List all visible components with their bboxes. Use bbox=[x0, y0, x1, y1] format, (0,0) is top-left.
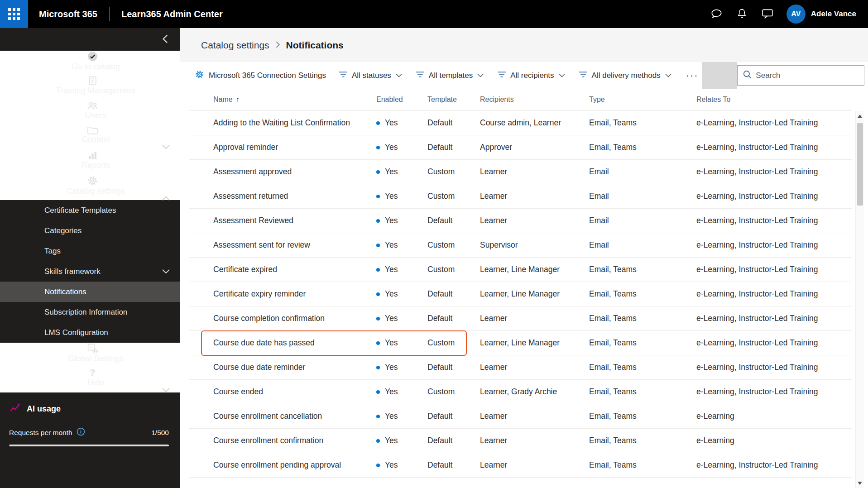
filter-all-recipients[interactable]: All recipients bbox=[497, 71, 565, 80]
table-row-assessment-approved[interactable]: Assessment approvedYesCustomLearnerEmail… bbox=[189, 160, 852, 184]
column-header-relates-to[interactable]: Relates To bbox=[696, 96, 852, 104]
sidebar-item-lms-configuration[interactable]: LMS Configuration bbox=[0, 322, 180, 343]
sidebar-item-training-management[interactable]: Training Management bbox=[0, 76, 180, 100]
column-header-enabled[interactable]: Enabled bbox=[376, 96, 427, 104]
collapse-sidebar-button[interactable] bbox=[162, 34, 169, 45]
app-launcher-waffle-button[interactable] bbox=[0, 0, 28, 28]
connection-settings-button[interactable]: Microsoft 365 Connection Settings bbox=[195, 70, 326, 81]
sidebar-item-label: Help bbox=[87, 378, 104, 388]
svg-text:A: A bbox=[90, 345, 93, 350]
info-icon[interactable] bbox=[77, 427, 85, 438]
sidebar-item-label: Catalog settings bbox=[67, 187, 125, 196]
table-row-assessment-returned[interactable]: Assessment returnedYesCustomLearnerEmail… bbox=[189, 184, 852, 209]
column-header-label: Enabled bbox=[376, 96, 403, 104]
sidebar-item-subscription-information[interactable]: Subscription Information bbox=[0, 302, 180, 322]
sidebar-item-tags[interactable]: Tags bbox=[0, 241, 180, 261]
cell-template: Custom bbox=[427, 167, 480, 177]
cell-template: Custom bbox=[427, 387, 480, 397]
column-header-label: Template bbox=[427, 96, 457, 104]
cell-type: Email, Teams bbox=[589, 314, 696, 323]
cell-type: Email bbox=[589, 240, 696, 250]
sidebar-item-certificate-templates[interactable]: Certificate Templates bbox=[0, 200, 180, 220]
column-header-template[interactable]: Template bbox=[427, 96, 480, 104]
table-row-approval-reminder[interactable]: Approval reminderYesDefaultApproverEmail… bbox=[189, 135, 852, 160]
cell-name: Adding to the Waiting List Confirmation bbox=[213, 118, 376, 128]
filter-all-templates[interactable]: All templates bbox=[416, 71, 484, 80]
table-row-certificate-expiry-reminder[interactable]: Certificate expiry reminderYesDefaultLea… bbox=[189, 282, 852, 306]
avatar[interactable]: AV bbox=[786, 5, 806, 24]
sidebar-item-notifications[interactable]: Notifications bbox=[0, 282, 180, 302]
table-row-adding-to-the-waiting-list-confirmation[interactable]: Adding to the Waiting List ConfirmationY… bbox=[189, 111, 852, 135]
sidebar-item-label: Subscription Information bbox=[44, 308, 127, 317]
overflow-menu-button[interactable]: ··· bbox=[682, 69, 702, 82]
sidebar-item-label: Users bbox=[85, 111, 106, 120]
sidebar-item-label: Reports bbox=[82, 161, 110, 170]
ai-usage[interactable]: AI usage bbox=[9, 402, 169, 416]
table-row-certificate-expired[interactable]: Certificate expiredYesCustomLearner, Lin… bbox=[189, 258, 852, 282]
search-input[interactable] bbox=[756, 71, 859, 80]
table-row-course-ended[interactable]: Course endedYesCustomLearner, Grady Arch… bbox=[189, 380, 852, 404]
filter-icon bbox=[416, 71, 425, 80]
scroll-down-arrow[interactable] bbox=[856, 478, 864, 488]
cell-recipients: Learner bbox=[480, 314, 589, 323]
cell-name: Course due date has passed bbox=[213, 338, 376, 348]
cell-recipients: Approver bbox=[480, 143, 589, 152]
table-row-assessment-reviewed[interactable]: Assessment ReviewedYesDefaultLearnerEmai… bbox=[189, 209, 852, 233]
table-row-course-completion-confirmation[interactable]: Course completion confirmationYesDefault… bbox=[189, 306, 852, 331]
filter-all-statuses[interactable]: All statuses bbox=[339, 71, 402, 80]
folder-icon bbox=[86, 125, 99, 135]
cell-type: Email bbox=[589, 167, 696, 177]
table-row-course-enrollment-cancellation[interactable]: Course enrollment cancellationYesDefault… bbox=[189, 404, 852, 429]
cell-enabled: Yes bbox=[376, 387, 427, 397]
enabled-dot-icon bbox=[376, 317, 380, 321]
scroll-up-arrow[interactable] bbox=[856, 111, 864, 121]
sidebar-item-reports[interactable]: Reports bbox=[0, 150, 180, 175]
chevron-down-icon bbox=[477, 73, 484, 77]
cell-template: Default bbox=[427, 363, 480, 372]
scrollbar-thumb[interactable] bbox=[857, 123, 863, 206]
table-row-assessment-sent-for-review[interactable]: Assessment sent for reviewYesCustomSuper… bbox=[189, 233, 852, 258]
cell-template: Custom bbox=[427, 338, 480, 348]
gear-icon bbox=[86, 175, 99, 187]
column-header-recipients[interactable]: Recipients bbox=[480, 96, 589, 104]
feedback-icon[interactable] bbox=[755, 4, 780, 24]
cell-name: Course due date reminder bbox=[213, 363, 376, 372]
table-row-course-due-date-has-passed[interactable]: Course due date has passedYesCustomLearn… bbox=[189, 331, 852, 355]
sidebar-item-go-to-catalog[interactable]: Go to catalog bbox=[0, 51, 180, 76]
table-row-course-enrollment-confirmation[interactable]: Course enrollment confirmationYesDefault… bbox=[189, 429, 852, 453]
breadcrumb-catalog-settings[interactable]: Catalog settings bbox=[201, 40, 269, 51]
cell-recipients: Learner bbox=[480, 191, 589, 201]
enabled-dot-icon bbox=[376, 366, 380, 369]
cell-relates-to: e-Learning bbox=[696, 436, 852, 445]
filter-all-delivery-methods[interactable]: All delivery methods bbox=[579, 71, 671, 80]
sidebar: Go to catalogTraining ManagementUsersCon… bbox=[0, 28, 180, 488]
cell-name: Course enrollment confirmation bbox=[213, 436, 376, 445]
requests-progress-bar bbox=[9, 445, 169, 446]
sidebar-item-skills-framework[interactable]: Skills framework bbox=[0, 261, 180, 282]
ai-usage-label: AI usage bbox=[27, 404, 61, 414]
help-icon: ? bbox=[86, 368, 99, 378]
cell-type: Email, Teams bbox=[589, 436, 696, 445]
cell-relates-to: e-Learning, Instructor-Led Training bbox=[696, 216, 852, 225]
chevron-left-icon bbox=[162, 34, 169, 45]
vertical-scrollbar[interactable] bbox=[855, 111, 864, 488]
notifications-bell-icon[interactable] bbox=[729, 4, 755, 24]
table-row-course-enrollment-pending-approval[interactable]: Course enrollment pending approvalYesDef… bbox=[189, 453, 852, 478]
sidebar-item-users[interactable]: Users bbox=[0, 100, 180, 125]
sidebar-item-content[interactable]: Content bbox=[0, 125, 180, 150]
requests-count: 1/500 bbox=[151, 429, 169, 437]
cell-template: Default bbox=[427, 118, 480, 128]
cell-enabled: Yes bbox=[376, 314, 427, 323]
cell-enabled: Yes bbox=[376, 411, 427, 421]
cell-type: Email, Teams bbox=[589, 363, 696, 372]
column-header-name[interactable]: Name↑ bbox=[213, 96, 376, 104]
sidebar-item-categories[interactable]: Categories bbox=[0, 220, 180, 241]
sidebar-item-label: Certificate Templates bbox=[44, 206, 116, 215]
table-row-course-due-date-reminder[interactable]: Course due date reminderYesDefaultLearne… bbox=[189, 355, 852, 380]
chat-icon[interactable] bbox=[704, 4, 729, 24]
sidebar-item-label: Training Management bbox=[56, 86, 135, 96]
sidebar-item-help[interactable]: ?Help bbox=[0, 368, 180, 392]
column-header-type[interactable]: Type bbox=[589, 96, 696, 104]
sidebar-item-catalog-settings[interactable]: Catalog settings bbox=[0, 175, 180, 200]
sidebar-item-global-settings[interactable]: AGlobal Settings bbox=[0, 343, 180, 368]
